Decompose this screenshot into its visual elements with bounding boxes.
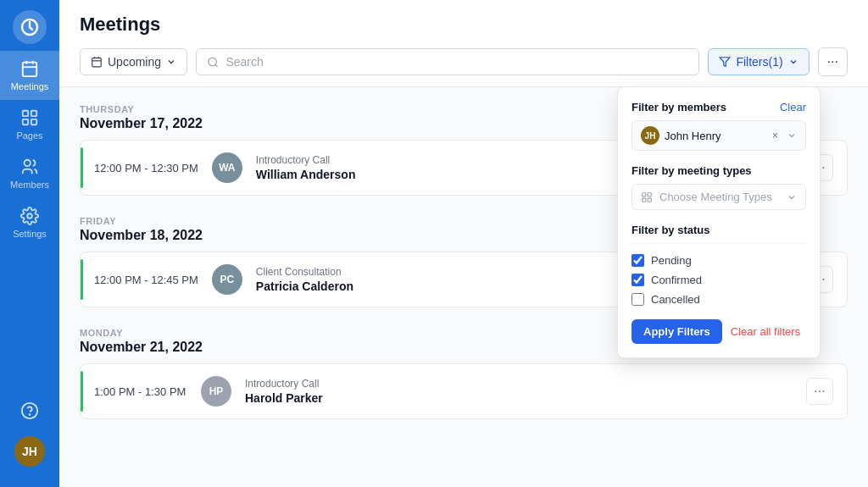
filter-icon xyxy=(719,56,731,68)
filter-types-header: Filter by meeting types xyxy=(632,164,806,177)
toolbar: Upcoming Filters(1) xyxy=(80,47,848,86)
clear-all-filters-button[interactable]: Clear all filters xyxy=(731,325,800,338)
filter-actions: Apply Filters Clear all filters xyxy=(632,319,806,344)
meeting-more-button[interactable]: ··· xyxy=(806,378,833,405)
cancelled-label: Cancelled xyxy=(651,293,700,306)
settings-icon xyxy=(20,207,39,225)
meeting-type: Introductory Call xyxy=(245,378,793,390)
upcoming-label: Upcoming xyxy=(108,55,161,69)
dropdown-chevron-icon xyxy=(166,57,176,67)
confirmed-checkbox[interactable] xyxy=(632,274,644,286)
meeting-card: 1:00 PM - 1:30 PM HP Introductory Call H… xyxy=(80,363,848,419)
sidebar-meetings-label: Meetings xyxy=(11,81,49,91)
sidebar-item-meetings[interactable]: Meetings xyxy=(0,51,59,100)
avatar-initials: JH xyxy=(22,445,37,458)
avatar: PC xyxy=(212,264,242,295)
status-cancelled-row: Cancelled xyxy=(632,293,806,306)
member-chevron-icon xyxy=(787,130,797,141)
pending-label: Pending xyxy=(651,254,692,267)
filter-members-section: Filter by members Clear JH John Henry × xyxy=(632,101,806,151)
meeting-types-placeholder: Choose Meeting Types xyxy=(659,191,780,203)
meeting-info: Introductory Call Harold Parker xyxy=(245,378,793,405)
sidebar-item-members[interactable]: Members xyxy=(0,149,59,198)
search-input[interactable] xyxy=(225,55,688,69)
sidebar-bottom: JH xyxy=(14,396,45,477)
apply-filters-button[interactable]: Apply Filters xyxy=(632,319,722,344)
user-avatar[interactable]: JH xyxy=(14,436,45,467)
filters-chevron-icon xyxy=(788,57,798,67)
meeting-types-select[interactable]: Choose Meeting Types xyxy=(632,184,806,210)
svg-rect-20 xyxy=(643,192,646,196)
filter-members-clear[interactable]: Clear xyxy=(780,101,806,113)
filter-member-avatar: JH xyxy=(641,126,659,145)
help-button[interactable] xyxy=(14,396,45,426)
types-chevron-icon xyxy=(787,192,797,202)
page-title: Meetings xyxy=(80,14,848,36)
svg-point-9 xyxy=(25,160,31,166)
filter-status-title: Filter by status xyxy=(632,224,709,236)
search-box xyxy=(196,48,699,75)
svg-rect-5 xyxy=(23,111,28,116)
members-icon xyxy=(20,158,39,176)
svg-point-10 xyxy=(27,213,32,219)
svg-rect-21 xyxy=(648,192,651,196)
app-logo xyxy=(13,10,47,44)
sidebar: Meetings Pages Members Settings xyxy=(0,0,59,487)
svg-rect-13 xyxy=(92,58,102,67)
sidebar-pages-label: Pages xyxy=(16,130,42,141)
filter-divider xyxy=(632,243,806,244)
meeting-time: 1:00 PM - 1:30 PM xyxy=(94,385,187,398)
pending-checkbox[interactable] xyxy=(632,254,644,267)
filters-button[interactable]: Filters(1) xyxy=(708,48,809,75)
svg-point-17 xyxy=(209,58,217,66)
search-icon xyxy=(207,56,219,69)
pages-icon xyxy=(20,108,39,127)
sidebar-settings-label: Settings xyxy=(13,229,47,239)
confirmed-label: Confirmed xyxy=(651,274,702,286)
calendar-icon xyxy=(91,56,103,68)
sidebar-item-settings[interactable]: Settings xyxy=(0,198,59,247)
svg-marker-19 xyxy=(721,58,731,67)
meeting-time: 12:00 PM - 12:30 PM xyxy=(94,162,198,174)
svg-rect-7 xyxy=(23,119,28,125)
more-options-button[interactable]: ··· xyxy=(818,47,848,76)
svg-rect-1 xyxy=(23,63,37,77)
svg-rect-22 xyxy=(643,198,646,202)
help-icon xyxy=(20,401,39,420)
filter-status-header: Filter by status xyxy=(632,224,806,236)
svg-line-18 xyxy=(215,64,218,67)
filter-types-section: Filter by meeting types Choose Meeting T… xyxy=(632,164,806,210)
filter-member-name: John Henry xyxy=(665,130,767,142)
meeting-time: 12:00 PM - 12:45 PM xyxy=(94,274,198,286)
sidebar-members-label: Members xyxy=(10,180,49,190)
filter-member-remove[interactable]: × xyxy=(772,130,778,141)
page-header: Meetings Upcoming xyxy=(59,0,868,87)
filter-members-title: Filter by members xyxy=(632,101,726,113)
filters-label: Filters(1) xyxy=(736,55,782,69)
svg-rect-8 xyxy=(31,119,36,125)
svg-rect-23 xyxy=(648,198,651,202)
svg-rect-6 xyxy=(31,111,36,116)
filter-status-section: Filter by status Pending Confirmed Cance… xyxy=(632,224,806,306)
filter-member-tag: JH John Henry × xyxy=(632,120,806,151)
main-content: Meetings Upcoming xyxy=(59,0,868,487)
filter-types-title: Filter by meeting types xyxy=(632,164,752,177)
avatar: WA xyxy=(212,152,242,183)
filter-panel: Filter by members Clear JH John Henry × … xyxy=(617,86,821,358)
more-dots: ··· xyxy=(827,54,838,69)
status-pending-row: Pending xyxy=(632,254,806,267)
sidebar-item-pages[interactable]: Pages xyxy=(0,100,59,149)
avatar: HP xyxy=(201,376,231,407)
cancelled-checkbox[interactable] xyxy=(632,293,644,306)
meeting-name: Harold Parker xyxy=(245,391,793,405)
meetings-icon xyxy=(20,59,39,78)
upcoming-dropdown[interactable]: Upcoming xyxy=(80,48,187,75)
filter-members-header: Filter by members Clear xyxy=(632,101,806,113)
grid-icon xyxy=(641,191,653,203)
status-confirmed-row: Confirmed xyxy=(632,274,806,286)
